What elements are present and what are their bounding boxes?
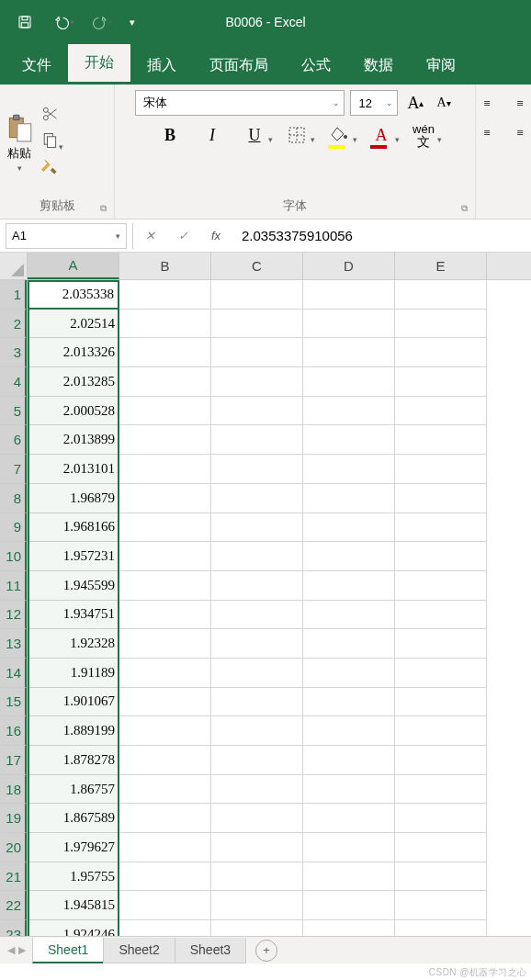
tab-审阅[interactable]: 审阅 <box>410 47 472 84</box>
cell[interactable] <box>119 629 211 659</box>
row-header[interactable]: 14 <box>0 659 27 688</box>
font-size-select[interactable]: 12⌄ <box>350 90 398 116</box>
cell[interactable]: 1.945815 <box>28 891 119 920</box>
cell[interactable] <box>211 280 303 310</box>
cell[interactable] <box>119 862 211 892</box>
cell[interactable] <box>303 862 395 892</box>
cell[interactable] <box>395 397 487 426</box>
cell[interactable]: 1.957231 <box>28 542 119 571</box>
cell[interactable]: 1.945599 <box>28 571 119 601</box>
cell[interactable] <box>211 688 303 717</box>
cell[interactable] <box>303 891 395 920</box>
cell[interactable] <box>119 280 211 310</box>
align-top-button[interactable]: ≡ <box>474 92 500 116</box>
cell[interactable] <box>211 571 303 601</box>
dialog-launcher-icon[interactable]: ⧉ <box>97 203 108 214</box>
cell[interactable] <box>119 542 211 571</box>
cell[interactable] <box>303 659 395 688</box>
dialog-launcher-icon[interactable]: ⧉ <box>458 203 469 214</box>
row-header[interactable]: 21 <box>0 862 27 892</box>
cell[interactable] <box>119 688 211 717</box>
fill-color-button[interactable]: ▾ <box>326 123 352 147</box>
cell[interactable] <box>211 629 303 659</box>
cell[interactable] <box>119 601 211 630</box>
cell[interactable]: 2.035338 <box>28 280 119 310</box>
phonetic-button[interactable]: wén文▾ <box>411 123 436 147</box>
cell[interactable] <box>211 746 303 775</box>
cell[interactable] <box>119 397 211 426</box>
tab-页面布局[interactable]: 页面布局 <box>193 47 285 84</box>
cell[interactable]: 1.867589 <box>28 804 119 833</box>
column-header[interactable]: B <box>119 253 211 279</box>
cell[interactable] <box>119 891 211 920</box>
cell[interactable] <box>119 659 211 688</box>
row-header[interactable]: 1 <box>0 280 27 310</box>
italic-button[interactable]: I <box>199 123 225 147</box>
cell[interactable] <box>395 833 487 862</box>
sheet-tab[interactable]: Sheet2 <box>103 938 175 963</box>
cell[interactable] <box>211 513 303 543</box>
row-header[interactable]: 5 <box>0 397 27 426</box>
column-header[interactable]: E <box>395 253 487 279</box>
cell[interactable] <box>119 716 211 746</box>
cell[interactable] <box>211 601 303 630</box>
cell[interactable]: 1.934751 <box>28 601 119 630</box>
row-header[interactable]: 20 <box>0 833 27 862</box>
cell[interactable] <box>395 310 487 339</box>
underline-button[interactable]: U▾ <box>242 123 267 147</box>
cell[interactable] <box>211 338 303 367</box>
cell[interactable] <box>395 338 487 367</box>
sheet-tab[interactable]: Sheet3 <box>175 938 246 963</box>
cell[interactable]: 1.878278 <box>28 746 119 775</box>
cell[interactable] <box>303 367 395 397</box>
cell[interactable] <box>119 310 211 339</box>
format-painter-button[interactable] <box>40 158 63 179</box>
cell[interactable]: 2.013285 <box>28 367 119 397</box>
sheet-tab[interactable]: Sheet1 <box>32 938 104 963</box>
cell[interactable] <box>211 310 303 339</box>
cell[interactable] <box>303 455 395 484</box>
row-header[interactable]: 2 <box>0 310 27 339</box>
row-header[interactable]: 4 <box>0 367 27 397</box>
cell[interactable] <box>395 367 487 397</box>
cell[interactable]: 2.02514 <box>28 310 119 339</box>
cell[interactable] <box>395 629 487 659</box>
enter-formula-button[interactable]: ✓ <box>166 223 199 249</box>
row-header[interactable]: 15 <box>0 688 27 717</box>
tab-数据[interactable]: 数据 <box>347 47 410 84</box>
cell[interactable] <box>119 775 211 805</box>
cell[interactable] <box>119 833 211 862</box>
cell[interactable] <box>303 542 395 571</box>
cell[interactable] <box>395 484 487 513</box>
row-header[interactable]: 13 <box>0 629 27 659</box>
row-header[interactable]: 12 <box>0 601 27 630</box>
cell[interactable] <box>211 367 303 397</box>
cell[interactable] <box>303 338 395 367</box>
row-header[interactable]: 7 <box>0 455 27 484</box>
cell[interactable] <box>211 775 303 805</box>
column-header[interactable]: C <box>211 253 303 279</box>
cell[interactable] <box>395 862 487 892</box>
cell[interactable]: 1.92328 <box>28 629 119 659</box>
cell[interactable] <box>211 425 303 455</box>
customize-qat-button[interactable]: ▾ <box>123 5 141 39</box>
cell[interactable]: 1.889199 <box>28 716 119 746</box>
row-header[interactable]: 16 <box>0 716 27 746</box>
cell[interactable] <box>119 455 211 484</box>
tab-开始[interactable]: 开始 <box>68 44 130 84</box>
cell[interactable] <box>119 804 211 833</box>
cell[interactable] <box>395 746 487 775</box>
cell[interactable] <box>303 571 395 601</box>
align-left-button[interactable]: ≡ <box>474 121 500 145</box>
increase-font-button[interactable]: A▴ <box>403 94 427 113</box>
cell[interactable] <box>211 542 303 571</box>
row-header[interactable]: 11 <box>0 571 27 601</box>
cell[interactable] <box>303 513 395 543</box>
align-middle-button[interactable]: ≡ <box>507 92 531 116</box>
cell[interactable] <box>395 775 487 805</box>
tab-插入[interactable]: 插入 <box>130 47 193 84</box>
cell[interactable] <box>303 804 395 833</box>
cell[interactable] <box>303 280 395 310</box>
cell[interactable] <box>395 513 487 543</box>
cell[interactable] <box>395 804 487 833</box>
